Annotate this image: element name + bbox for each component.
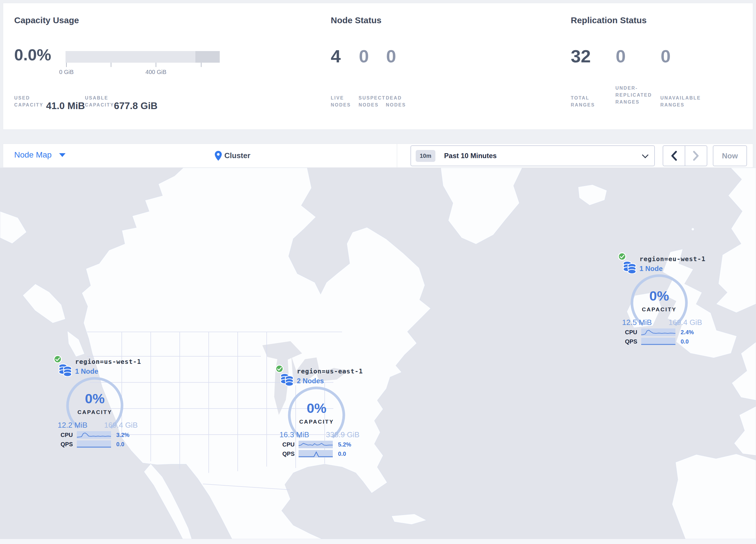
- cpu-label: CPU: [625, 329, 641, 336]
- chevron-left-icon: [671, 151, 677, 161]
- qps-value: 0.0: [338, 451, 346, 457]
- live-nodes-label: LIVE NODES: [331, 95, 355, 108]
- chevron-down-icon: [642, 152, 649, 158]
- capacity-axis-tick: [156, 63, 156, 67]
- used-capacity-label: USED CAPACITY: [14, 95, 45, 108]
- capacity-axis-tick: [111, 63, 111, 67]
- qps-sparkline: [641, 338, 675, 345]
- cpu-label: CPU: [282, 441, 299, 448]
- node-count-link[interactable]: 1 Node: [639, 264, 663, 273]
- cpu-label: CPU: [61, 432, 77, 438]
- qps-value: 0.0: [116, 441, 124, 448]
- time-range-selector[interactable]: 10m Past 10 Minutes: [410, 145, 655, 166]
- database-stack-icon: [623, 259, 637, 274]
- region-label: region=us-west-1: [75, 358, 141, 365]
- dead-nodes-count: 0: [386, 47, 396, 65]
- capacity-axis-label-0: 0 GiB: [59, 69, 74, 75]
- time-step-forward-button[interactable]: [685, 146, 707, 166]
- time-step-nav: [663, 145, 707, 166]
- used-capacity: 12.5 MiB: [622, 318, 652, 327]
- cpu-sparkline: [77, 431, 111, 439]
- used-capacity-value: 41.0 MiB: [46, 101, 85, 110]
- region-marker-us-east-1[interactable]: region=us-east-1 2 Nodes 0% CAPACITY 16.…: [275, 364, 363, 463]
- world-map-graphic: [0, 168, 756, 539]
- capacity-label: CAPACITY: [628, 307, 690, 313]
- now-button[interactable]: Now: [713, 145, 747, 166]
- node-count-link[interactable]: 1 Node: [75, 367, 98, 376]
- capacity-axis-tick: [66, 63, 67, 67]
- view-selector-dropdown[interactable]: Node Map: [14, 150, 66, 159]
- capacity-percent: 0.0%: [14, 47, 51, 63]
- unavailable-count: 0: [661, 47, 670, 65]
- under-replicated-label: UNDER-REPLICATED RANGES: [615, 85, 656, 106]
- qps-value: 0.0: [681, 338, 689, 345]
- qps-label: QPS: [61, 441, 77, 448]
- used-capacity: 16.3 MiB: [279, 430, 309, 439]
- database-stack-icon: [58, 362, 72, 377]
- region-label: region=eu-west-1: [639, 255, 706, 262]
- capacity-usage-title: Capacity Usage: [14, 15, 79, 25]
- qps-sparkline: [77, 440, 111, 448]
- location-pin-icon: [215, 151, 222, 161]
- dead-nodes-label: DEAD NODES: [386, 95, 412, 108]
- total-capacity: 169.4 GiB: [104, 421, 138, 430]
- region-marker-eu-west-1[interactable]: region=eu-west-1 1 Node 0% CAPACITY 12.5…: [618, 252, 706, 351]
- time-range-badge: 10m: [416, 150, 435, 162]
- total-capacity: 169.4 GiB: [668, 318, 702, 327]
- breadcrumb-label: Cluster: [224, 151, 250, 160]
- qps-label: QPS: [282, 451, 299, 457]
- capacity-label: CAPACITY: [286, 419, 347, 425]
- capacity-percent: 0%: [628, 289, 690, 303]
- cpu-value: 3.2%: [116, 432, 130, 438]
- map-toolbar: Node Map Cluster 10m Past 10 Minutes: [3, 144, 753, 168]
- cpu-value: 2.4%: [681, 329, 694, 336]
- node-map[interactable]: region=us-west-1 1 Node 0% CAPACITY 12.2…: [0, 168, 756, 539]
- capacity-axis-tick: [201, 63, 201, 67]
- region-marker-us-west-1[interactable]: region=us-west-1 1 Node 0% CAPACITY 12.2…: [54, 355, 141, 453]
- cpu-sparkline: [299, 441, 333, 448]
- capacity-bar-nonusable-segment: [195, 51, 220, 63]
- total-ranges-label: TOTAL RANGES: [571, 95, 598, 108]
- used-capacity: 12.2 MiB: [58, 421, 88, 430]
- qps-sparkline: [299, 450, 333, 458]
- total-capacity: 338.9 GiB: [326, 430, 359, 439]
- cluster-summary-panel: Capacity Usage 0.0% 0 GiB 400 GiB USED C…: [3, 3, 753, 130]
- capacity-percent: 0%: [64, 392, 126, 405]
- chevron-right-icon: [693, 151, 699, 161]
- region-label: region=us-east-1: [297, 368, 363, 375]
- cpu-sparkline: [641, 329, 675, 336]
- unavailable-label: UNAVAILABLE RANGES: [660, 95, 704, 108]
- replication-status-title: Replication Status: [571, 15, 647, 25]
- total-ranges-count: 32: [571, 47, 591, 65]
- time-range-label: Past 10 Minutes: [444, 152, 497, 160]
- suspect-nodes-count: 0: [359, 47, 369, 65]
- capacity-bar: [66, 51, 220, 63]
- cpu-value: 5.2%: [338, 441, 351, 448]
- suspect-nodes-label: SUSPECT NODES: [359, 95, 389, 108]
- time-step-back-button[interactable]: [663, 146, 685, 166]
- capacity-label: CAPACITY: [64, 409, 126, 416]
- breadcrumb: Cluster: [215, 144, 250, 167]
- capacity-axis-label-400: 400 GiB: [146, 69, 166, 75]
- footer-strip: [0, 539, 756, 544]
- under-replicated-count: 0: [616, 47, 626, 65]
- live-nodes-count: 4: [331, 47, 341, 65]
- view-selector-label: Node Map: [14, 150, 52, 159]
- node-map-page: Capacity Usage 0.0% 0 GiB 400 GiB USED C…: [0, 0, 756, 544]
- node-status-title: Node Status: [331, 15, 381, 25]
- usable-capacity-value: 677.8 GiB: [114, 101, 157, 110]
- qps-label: QPS: [625, 338, 641, 345]
- dropdown-caret-icon: [59, 153, 66, 157]
- capacity-percent: 0%: [286, 401, 347, 415]
- database-stack-icon: [280, 372, 294, 386]
- node-count-link[interactable]: 2 Nodes: [297, 377, 324, 385]
- usable-capacity-label: USABLE CAPACITY: [85, 95, 117, 108]
